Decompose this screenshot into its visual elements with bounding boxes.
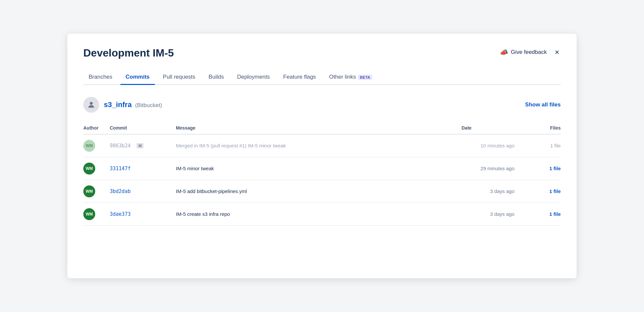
- table-row: WM 3bd2dab IM-5 add bitbucket-pipelines.…: [83, 180, 561, 203]
- tab-builds[interactable]: Builds: [203, 70, 229, 84]
- beta-badge: BETA: [358, 75, 372, 80]
- page-title: Development IM-5: [83, 47, 174, 59]
- give-feedback-label: Give feedback: [511, 49, 547, 56]
- date-cell: 3 days ago: [462, 180, 528, 203]
- repo-name-wrapper: s3_infra (Bitbucket): [104, 100, 162, 109]
- repo-name[interactable]: s3_infra: [104, 100, 132, 109]
- files-cell: 1 file: [528, 203, 561, 226]
- tab-other-links[interactable]: Other linksBETA: [324, 70, 378, 84]
- table-row: WM 9863b24 M Merged in IM-5 (pull reques…: [83, 134, 561, 157]
- commit-cell: 331147f: [110, 157, 176, 180]
- table-row: WM 3dae373 IM-5 create s3 infra repo 3 d…: [83, 203, 561, 226]
- col-header-message: Message: [176, 122, 462, 134]
- date-cell: 29 minutes ago: [462, 157, 528, 180]
- files-count-link[interactable]: 1 file: [549, 211, 561, 217]
- message-cell: IM-5 minor tweak: [176, 157, 462, 180]
- commit-cell: 9863b24 M: [110, 134, 176, 157]
- message-cell: Merged in IM-5 (pull request #1) IM-5 mi…: [176, 134, 462, 157]
- commit-cell: 3bd2dab: [110, 180, 176, 203]
- megaphone-icon: 📣: [500, 48, 508, 56]
- author-cell: WM: [83, 134, 110, 157]
- col-header-author: Author: [83, 122, 110, 134]
- table-header-row: Author Commit Message Date Files: [83, 122, 561, 134]
- commit-date: 3 days ago: [490, 188, 528, 194]
- files-count-link: 1 file: [550, 143, 561, 148]
- message-cell: IM-5 add bitbucket-pipelines.yml: [176, 180, 462, 203]
- repo-source: (Bitbucket): [135, 102, 162, 108]
- date-cell: 3 days ago: [462, 203, 528, 226]
- tabs-nav: Branches Commits Pull requests Builds De…: [83, 70, 561, 85]
- commit-date: 10 minutes ago: [480, 143, 528, 148]
- commits-table: Author Commit Message Date Files WM 9863…: [83, 122, 561, 226]
- commit-hash-link[interactable]: 9863b24: [110, 143, 131, 149]
- tab-pull-requests[interactable]: Pull requests: [158, 70, 201, 84]
- tab-deployments[interactable]: Deployments: [232, 70, 275, 84]
- commit-message: Merged in IM-5 (pull request #1) IM-5 mi…: [176, 143, 286, 148]
- commit-message: IM-5 minor tweak: [176, 166, 214, 171]
- col-header-files: Files: [528, 122, 561, 134]
- merge-badge: M: [137, 143, 143, 148]
- commit-hash-link[interactable]: 3dae373: [110, 211, 131, 217]
- author-avatar: WM: [83, 163, 95, 175]
- commit-date: 3 days ago: [490, 211, 528, 217]
- files-cell: 1 file: [528, 134, 561, 157]
- files-cell: 1 file: [528, 180, 561, 203]
- repo-header: s3_infra (Bitbucket) Show all files: [83, 97, 561, 113]
- commit-date: 29 minutes ago: [480, 166, 528, 171]
- files-count-link[interactable]: 1 file: [549, 188, 561, 194]
- give-feedback-button[interactable]: 📣 Give feedback: [500, 48, 547, 56]
- modal: Development IM-5 📣 Give feedback × Branc…: [67, 34, 577, 278]
- modal-header: Development IM-5 📣 Give feedback ×: [83, 47, 561, 59]
- tab-branches[interactable]: Branches: [83, 70, 118, 84]
- close-button[interactable]: ×: [553, 47, 561, 58]
- author-avatar: WM: [83, 185, 95, 197]
- col-header-date: Date: [462, 122, 528, 134]
- tab-commits[interactable]: Commits: [120, 70, 155, 84]
- commit-hash-link[interactable]: 3bd2dab: [110, 188, 131, 194]
- col-header-commit: Commit: [110, 122, 176, 134]
- commit-cell: 3dae373: [110, 203, 176, 226]
- repo-info: s3_infra (Bitbucket): [83, 97, 162, 113]
- files-cell: 1 file: [528, 157, 561, 180]
- author-cell: WM: [83, 157, 110, 180]
- author-cell: WM: [83, 180, 110, 203]
- date-cell: 10 minutes ago: [462, 134, 528, 157]
- files-count-link[interactable]: 1 file: [549, 166, 561, 171]
- author-avatar: WM: [83, 208, 95, 220]
- header-actions: 📣 Give feedback ×: [500, 47, 561, 58]
- commit-message: IM-5 create s3 infra repo: [176, 211, 230, 217]
- commit-hash-link[interactable]: 331147f: [110, 166, 131, 172]
- svg-point-0: [90, 102, 93, 105]
- show-all-files-button[interactable]: Show all files: [525, 101, 561, 108]
- author-avatar: WM: [83, 140, 95, 152]
- commit-message: IM-5 add bitbucket-pipelines.yml: [176, 188, 247, 194]
- message-cell: IM-5 create s3 infra repo: [176, 203, 462, 226]
- author-cell: WM: [83, 203, 110, 226]
- tab-feature-flags[interactable]: Feature flags: [278, 70, 321, 84]
- repo-avatar: [83, 97, 99, 113]
- table-row: WM 331147f IM-5 minor tweak 29 minutes a…: [83, 157, 561, 180]
